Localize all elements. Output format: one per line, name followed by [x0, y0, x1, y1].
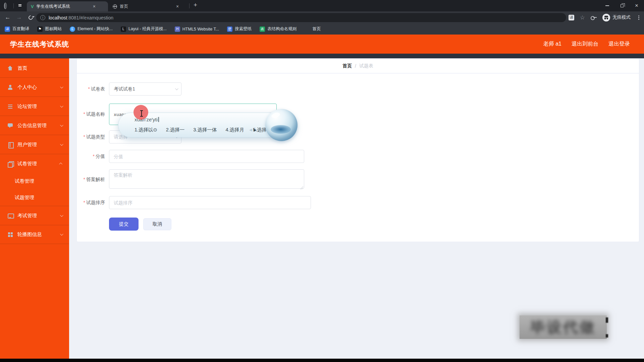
bookmark-favicon: [305, 26, 310, 32]
type-label: *试题类型: [77, 134, 109, 140]
new-tab-button[interactable]: [194, 1, 197, 9]
window-close-button[interactable]: [629, 0, 644, 11]
sidebar-item-icon: [7, 161, 13, 167]
bookmark-item[interactable]: 搜索壁纸: [227, 26, 252, 32]
reload-button[interactable]: [25, 11, 36, 23]
window-minimize-button[interactable]: [600, 0, 614, 11]
chevron-down-icon: [60, 142, 63, 146]
pinned-tab-globe-icon[interactable]: [5, 3, 5, 9]
reload-icon: [28, 14, 34, 20]
app-header: 学生在线考试系统 老师 a1 退出到前台 退出登录: [0, 35, 644, 54]
bookmark-favicon: [37, 26, 43, 32]
score-label: *分值: [77, 154, 109, 160]
sidebar-item[interactable]: 试题管理: [0, 189, 69, 206]
tab-close-icon[interactable]: [176, 4, 179, 9]
ime-pagination: [249, 128, 257, 132]
main-content: 首页 / 试题表 *试卷表 考试试卷1 *试题名称 *试题类型 请选择 *分值: [69, 58, 644, 359]
bookmark-star-icon[interactable]: [580, 14, 585, 21]
page-next-icon[interactable]: [254, 128, 257, 132]
submit-button[interactable]: 提交: [109, 218, 139, 231]
bookmark-item[interactable]: 百度翻译: [5, 26, 29, 32]
bookmark-item[interactable]: HTML5 Website T...: [175, 26, 219, 32]
restore-icon: [621, 4, 624, 7]
tab-exam-system[interactable]: V 学生在线考试系统: [27, 1, 108, 11]
watermark-text: 毕设代做: [530, 317, 596, 337]
bookmark-label: 首页: [313, 26, 321, 32]
sidebar-item[interactable]: 试卷管理: [0, 154, 69, 173]
text-cursor-icon: [141, 110, 142, 117]
blurred-watermark: 毕设代做: [520, 315, 607, 339]
sidebar-item-icon: [7, 123, 13, 128]
sidebar-item[interactable]: 轮播图信息: [0, 225, 69, 244]
logout-link[interactable]: 退出登录: [608, 41, 630, 48]
paper-select[interactable]: 考试试卷1: [109, 82, 181, 96]
tab-title: 首页: [120, 4, 173, 9]
incognito-badge: 无痕模式: [602, 14, 631, 21]
bookmark-label: 搜索壁纸: [235, 26, 252, 32]
sidebar-item[interactable]: 试卷管理: [0, 173, 69, 189]
chevron-down-icon: [60, 214, 63, 217]
address-bar[interactable]: localhost:8081/#/examquestion: [36, 13, 566, 22]
tab-close-icon[interactable]: [93, 4, 96, 9]
tab-home[interactable]: 首页: [109, 1, 189, 11]
sidebar-item[interactable]: 个人中心: [0, 77, 69, 97]
bookmark-label: Layui - 经典开源模...: [128, 26, 167, 32]
bookmark-favicon: [260, 26, 265, 32]
ime-candidate[interactable]: 4.选择月: [225, 127, 244, 133]
cancel-button[interactable]: 取消: [143, 218, 171, 230]
translate-icon[interactable]: [569, 15, 574, 20]
browser-menu-icon[interactable]: [638, 17, 639, 18]
url-text[interactable]: localhost:8081/#/examquestion: [49, 15, 113, 20]
sidebar-item-icon: [7, 104, 13, 109]
exit-to-front-link[interactable]: 退出到前台: [572, 41, 598, 48]
sidebar-item-icon: [7, 232, 13, 237]
score-input[interactable]: [109, 150, 304, 163]
breadcrumb-home[interactable]: 首页: [342, 63, 352, 69]
bookmark-label: 图标网站: [45, 26, 62, 32]
breadcrumb: 首页 / 试题表: [77, 59, 639, 73]
tab-title: 学生在线考试系统: [37, 4, 90, 9]
bookmark-label: Element - 网站快...: [77, 26, 113, 32]
textarea-resize-grip[interactable]: [300, 186, 303, 189]
breadcrumb-separator: /: [355, 63, 356, 69]
tab-divider: [13, 3, 14, 8]
back-button[interactable]: [3, 11, 13, 23]
sidebar-item[interactable]: 论坛管理: [0, 97, 69, 116]
page-prev-icon[interactable]: [249, 128, 252, 132]
sidebar-item-icon: [7, 142, 13, 147]
ime-caret: [158, 117, 159, 122]
sidebar-item-label: 用户管理: [17, 141, 37, 148]
sidebar-item[interactable]: 首页: [0, 58, 69, 77]
sidebar-item[interactable]: 公告信息管理: [0, 116, 69, 135]
sidebar-item-label: 公告信息管理: [17, 122, 47, 129]
form-row-paper: *试卷表 考试试卷1: [77, 82, 181, 96]
sidebar-item[interactable]: 考试管理: [0, 206, 69, 225]
forward-button[interactable]: [14, 11, 24, 23]
sidebar-item-icon: [7, 65, 13, 71]
bookmark-favicon: [5, 26, 10, 32]
order-input[interactable]: [109, 196, 311, 209]
browser-toolbar: localhost:8081/#/examquestion 无痕模式: [0, 11, 644, 23]
site-info-icon[interactable]: [40, 15, 45, 20]
ime-candidate[interactable]: 2.选择一: [166, 127, 185, 133]
password-key-icon[interactable]: [591, 16, 597, 19]
order-label: *试题排序: [77, 200, 109, 206]
incognito-icon: [602, 14, 610, 21]
bookmark-item[interactable]: Layui - 经典开源模...: [121, 26, 167, 32]
bookmark-favicon: [175, 26, 180, 32]
ime-candidate[interactable]: 3.选择一体: [193, 127, 217, 133]
bookmark-item[interactable]: 首页: [305, 26, 321, 32]
form-actions: 提交 取消: [109, 218, 171, 231]
ime-candidate[interactable]: 1.选择以⊙: [135, 127, 157, 133]
required-mark: *: [84, 177, 85, 182]
ime-candidate-list: 1.选择以⊙ 2.选择一 3.选择一体 4.选择月 5.选择: [135, 127, 267, 133]
analysis-textarea[interactable]: [109, 169, 304, 189]
tab-divider: [189, 3, 190, 8]
sidebar-item-label: 首页: [17, 65, 27, 71]
bookmark-item[interactable]: Element - 网站快...: [70, 26, 113, 32]
bookmark-item[interactable]: 图标网站: [37, 26, 62, 32]
window-restore-button[interactable]: [614, 0, 629, 11]
required-mark: *: [84, 111, 85, 117]
bookmark-item[interactable]: 表结构命名规则: [260, 26, 297, 32]
sidebar-item[interactable]: 用户管理: [0, 135, 69, 154]
